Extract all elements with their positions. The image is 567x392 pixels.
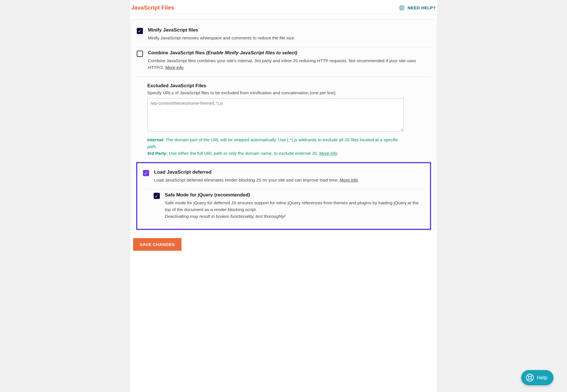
option-safemode: ✓ Safe Mode for jQuery (recommended) Saf… — [143, 189, 424, 225]
highlighted-group: ✓ Load JavaScript deferred Load JavaScri… — [136, 162, 431, 230]
checkbox-defer[interactable]: ✓ — [143, 170, 149, 176]
option-defer-desc-text: Load JavaScript deferred eliminates rend… — [154, 178, 339, 182]
save-button[interactable]: SAVE CHANGES — [133, 238, 182, 251]
lifebuoy-icon — [526, 373, 534, 382]
option-combine-desc-text: Combine JavaScript files combines your s… — [148, 58, 416, 70]
help-fab-label: Help — [537, 375, 547, 381]
hint-3p-more-link[interactable]: More info — [319, 151, 338, 156]
option-combine-desc: Combine JavaScript files combines your s… — [148, 57, 431, 71]
checkbox-safemode[interactable]: ✓ — [154, 193, 160, 199]
excluded-title: Excluded JavaScript Files — [147, 83, 431, 89]
option-combine-body: Combine JavaScript files (Enable Minify … — [148, 50, 431, 71]
checkbox-combine[interactable] — [137, 51, 143, 57]
option-minify: ✓ Minify JavaScript files Minify JavaScr… — [137, 24, 431, 47]
option-combine-more-link[interactable]: More info — [165, 65, 184, 70]
option-combine-title: Combine JavaScript files (Enable Minify … — [148, 50, 431, 56]
excluded-textarea[interactable] — [147, 98, 404, 131]
lifebuoy-icon — [399, 5, 405, 11]
option-combine-hint: (Enable Minify JavaScript files to selec… — [206, 50, 297, 55]
svg-line-11 — [531, 379, 533, 380]
option-safemode-body: Safe Mode for jQuery (recommended) Safe … — [165, 192, 424, 220]
option-safemode-desc: Safe mode for jQuery for deferred JS ens… — [165, 200, 424, 220]
hint-3rd-party: 3rd Party: Use either the full URL path … — [147, 150, 404, 157]
need-help-label: NEED HELP? — [407, 5, 436, 10]
svg-line-10 — [527, 379, 529, 380]
help-fab[interactable]: Help — [521, 370, 553, 385]
hint-internal-label: Internal: — [147, 137, 165, 142]
excluded-hints: Internal: The domain part of the URL wil… — [147, 136, 404, 157]
option-defer: ✓ Load JavaScript deferred Load JavaScri… — [143, 163, 424, 189]
need-help-link[interactable]: NEED HELP? — [399, 5, 436, 11]
option-minify-title: Minify JavaScript files — [148, 27, 431, 33]
settings-page: JavaScript Files NEED HELP? ✓ Minify Jav… — [130, 0, 437, 392]
option-combine: Combine JavaScript files (Enable Minify … — [137, 47, 431, 77]
checkbox-minify[interactable]: ✓ — [137, 28, 143, 34]
options-panel: ✓ Minify JavaScript files Minify JavaScr… — [131, 19, 436, 230]
option-safemode-warn: Deactivating may result in broken functi… — [165, 214, 286, 219]
svg-line-5 — [403, 8, 404, 10]
option-safemode-title: Safe Mode for jQuery (recommended) — [165, 192, 424, 198]
option-defer-desc: Load JavaScript deferred eliminates rend… — [154, 177, 424, 183]
svg-line-3 — [403, 6, 404, 7]
hint-internal: Internal: The domain part of the URL wil… — [147, 136, 404, 150]
svg-point-7 — [528, 376, 531, 379]
option-safemode-desc-text: Safe mode for jQuery for deferred JS ens… — [165, 200, 419, 212]
option-defer-body: Load JavaScript deferred Load JavaScript… — [154, 169, 424, 183]
svg-line-4 — [400, 8, 401, 10]
hint-internal-text: The domain part of the URL will be strip… — [147, 137, 398, 149]
svg-point-1 — [401, 7, 403, 9]
hint-3p-label: 3rd Party: — [147, 151, 168, 156]
section-title: JavaScript Files — [131, 5, 174, 11]
excluded-block: Excluded JavaScript Files Specify URLs o… — [137, 77, 431, 162]
option-defer-more-link[interactable]: More info — [340, 178, 358, 182]
excluded-desc: Specify URLs of JavaScript files to be e… — [147, 90, 431, 95]
svg-line-8 — [527, 375, 529, 377]
hint-3p-text: Use either the full URL path or only the… — [169, 151, 318, 156]
section-header: JavaScript Files NEED HELP? — [130, 3, 437, 14]
option-minify-desc: Minify JavaScript removes whitespace and… — [148, 35, 431, 41]
option-defer-title: Load JavaScript deferred — [154, 169, 424, 175]
option-combine-title-text: Combine JavaScript files — [148, 50, 205, 55]
svg-line-2 — [400, 6, 401, 7]
option-minify-body: Minify JavaScript files Minify JavaScrip… — [148, 27, 431, 41]
svg-line-9 — [531, 375, 533, 377]
